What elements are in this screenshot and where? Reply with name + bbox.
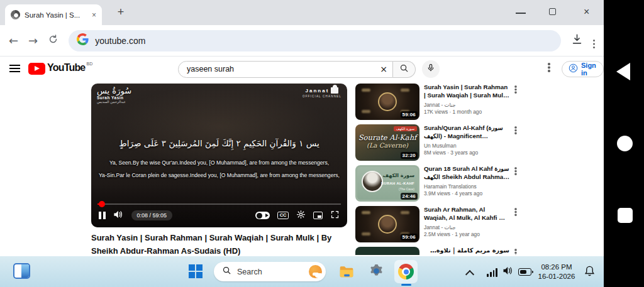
suggested-meta: 8M views · 3 years ago — [424, 149, 509, 156]
sign-in-label: Sign in — [581, 62, 597, 77]
new-tab-button[interactable]: + — [113, 5, 128, 20]
settings-icon[interactable] — [369, 263, 384, 281]
battery-icon[interactable] — [518, 268, 531, 276]
sheikh-portrait — [378, 92, 397, 111]
tab-close-icon[interactable]: × — [92, 11, 96, 19]
thumbnail-4[interactable]: 59:06 — [355, 206, 419, 242]
suggested-video-1[interactable]: 59:06 Surah Yasin | Surah Rahman | Surah… — [355, 84, 518, 121]
window-minimize-button[interactable] — [516, 13, 526, 14]
hamburger-menu-icon[interactable] — [9, 65, 20, 66]
search-clear-icon[interactable]: × — [380, 64, 387, 74]
android-home-icon[interactable] — [617, 136, 633, 151]
duration-badge: 24:46 — [401, 193, 418, 200]
file-explorer-icon[interactable] — [338, 264, 355, 283]
back-icon[interactable]: ← — [9, 35, 18, 46]
settings-gear-icon[interactable] — [296, 210, 306, 222]
suggested-title[interactable]: Quran 18 Surah Al Kahf سورة الكهف Sheikh… — [424, 165, 509, 181]
youtube-search-box[interactable]: × — [178, 61, 393, 78]
watermark-title: Surah Yasin — [97, 95, 131, 100]
chrome-taskbar-button[interactable] — [394, 260, 418, 283]
player-controls: 0:08 / 59:05 CC — [99, 208, 340, 223]
suggested-video-4[interactable]: 59:06 Surah Ar Rahman, Al Waqiah, Al Mul… — [355, 206, 518, 243]
taskbar-clock[interactable]: 08:26 PM 16-01-2026 — [533, 263, 580, 281]
network-signal-icon[interactable] — [487, 268, 497, 277]
channel-watermark: Jannat OFFICIAL CHANNEL — [303, 87, 341, 98]
captions-icon[interactable]: CC — [277, 212, 289, 220]
taskbar-search-label: Search — [237, 268, 303, 276]
search-button[interactable] — [393, 61, 416, 78]
suggested-title[interactable]: Surah/Quran Al-Kahf (سورة الكهف) - Magni… — [424, 124, 509, 141]
video-player[interactable]: سُورَةُ يس Surah Yasin عبدالرحمن السديس … — [91, 84, 347, 227]
suggested-title[interactable]: Surah Yasin | Surah Rahman | Surah Waqia… — [424, 84, 509, 100]
voice-search-button[interactable] — [422, 60, 440, 78]
video-menu-icon[interactable] — [514, 167, 516, 169]
suggested-channel[interactable]: Jannat - جنات — [424, 224, 509, 230]
start-button[interactable] — [189, 264, 203, 278]
youtube-menu-icon[interactable] — [548, 63, 550, 65]
watermark-arabic-text: سُورَةُ يس — [97, 87, 131, 95]
suggested-channel[interactable]: Haramain Translations — [424, 183, 509, 190]
screen: Surah Yasin | S... × + × ← → youtube.com… — [0, 0, 644, 287]
video-menu-icon[interactable] — [514, 249, 516, 251]
android-back-icon[interactable] — [616, 63, 630, 80]
youtube-region-label: BD — [86, 62, 92, 66]
url-text: youtube.com — [95, 36, 145, 46]
address-bar[interactable]: youtube.com — [69, 30, 560, 51]
youtube-header: YouTube BD × Sign in — [0, 57, 604, 81]
thumbnail-1[interactable]: 59:06 — [355, 84, 419, 120]
browser-toolbar: ← → youtube.com — [0, 25, 604, 57]
youtube-logo[interactable]: YouTube BD — [28, 62, 92, 75]
suggested-channel[interactable]: Jannat - جنات — [424, 102, 509, 108]
taskbar: Search 08:26 PM 16-01-2026 — [0, 256, 604, 287]
suggested-video-2[interactable]: Sourate Al-Kahf (La Caverne) سورة الكهف … — [355, 124, 518, 161]
suggested-title[interactable]: سورة مريم كاملة | تلاوة الشيخ عبد — [424, 247, 509, 255]
suggested-channel[interactable]: Un Musulman — [424, 143, 509, 149]
subtitle-english: Ya, Seen.By the wise Qur'an.Indeed you, … — [91, 160, 347, 166]
youtube-search-area: × — [178, 60, 440, 78]
miniplayer-icon[interactable] — [313, 212, 323, 219]
pause-icon[interactable] — [99, 212, 106, 219]
taskbar-overflow-icon[interactable] — [465, 270, 474, 279]
duration-badge: 59:06 — [401, 111, 418, 118]
thumbnail-2[interactable]: Sourate Al-Kahf (La Caverne) سورة الكهف … — [355, 124, 419, 161]
widgets-icon[interactable] — [13, 263, 30, 279]
duration-badge: 59:06 — [401, 234, 418, 241]
suggested-meta: 2.5M views · 1 year ago — [424, 231, 509, 237]
channel-watermark-sub: OFFICIAL CHANNEL — [303, 95, 341, 98]
chrome-active-indicator — [401, 284, 411, 286]
microphone-icon — [426, 63, 435, 75]
video-menu-icon[interactable] — [514, 126, 516, 128]
reload-icon[interactable] — [48, 34, 58, 47]
progress-scrubber[interactable] — [99, 201, 105, 207]
browser-menu-icon[interactable] — [593, 40, 596, 42]
suggested-video-3[interactable]: سورة الكهف SURAH AL-KAHF (The Cave) 24:4… — [355, 165, 518, 202]
thumbnail-5[interactable] — [355, 247, 419, 255]
youtube-play-icon — [28, 63, 45, 75]
volume-icon[interactable] — [113, 210, 124, 221]
video-menu-icon[interactable] — [514, 85, 516, 87]
notifications-bell-icon[interactable] — [584, 265, 596, 279]
search-input[interactable] — [187, 65, 380, 73]
forward-icon[interactable]: → — [28, 35, 38, 46]
subtitle-french: Ya-Sin.Par le Coran plein de sagesse.Ind… — [91, 172, 347, 178]
thumb-arabic-text: سورة الكهف — [383, 173, 414, 178]
weather-icon[interactable] — [309, 265, 322, 278]
fullscreen-icon[interactable] — [330, 210, 340, 222]
tab-favicon-icon — [11, 10, 20, 19]
window-close-button[interactable]: × — [584, 7, 589, 17]
download-icon[interactable] — [571, 33, 583, 48]
progress-bar[interactable] — [97, 203, 341, 205]
autoplay-toggle[interactable] — [255, 212, 270, 219]
suggested-title[interactable]: Surah Ar Rahman, Al Waqiah, Al Mulk, Al … — [424, 206, 509, 222]
video-menu-icon[interactable] — [514, 208, 516, 210]
thumbnail-3[interactable]: سورة الكهف SURAH AL-KAHF (The Cave) 24:4… — [355, 165, 419, 202]
browser-tab[interactable]: Surah Yasin | S... × — [5, 4, 102, 25]
sign-in-button[interactable]: Sign in — [562, 61, 604, 77]
taskbar-search-box[interactable]: Search — [214, 262, 326, 281]
chrome-icon — [398, 264, 414, 279]
window-restore-button[interactable] — [549, 8, 556, 15]
suggested-meta: 3.9M views · 4 years ago — [424, 190, 509, 197]
suggested-video-5[interactable]: سورة مريم كاملة | تلاوة الشيخ عبد — [355, 247, 518, 255]
android-recents-icon[interactable] — [618, 208, 633, 223]
speaker-icon[interactable] — [502, 266, 514, 278]
